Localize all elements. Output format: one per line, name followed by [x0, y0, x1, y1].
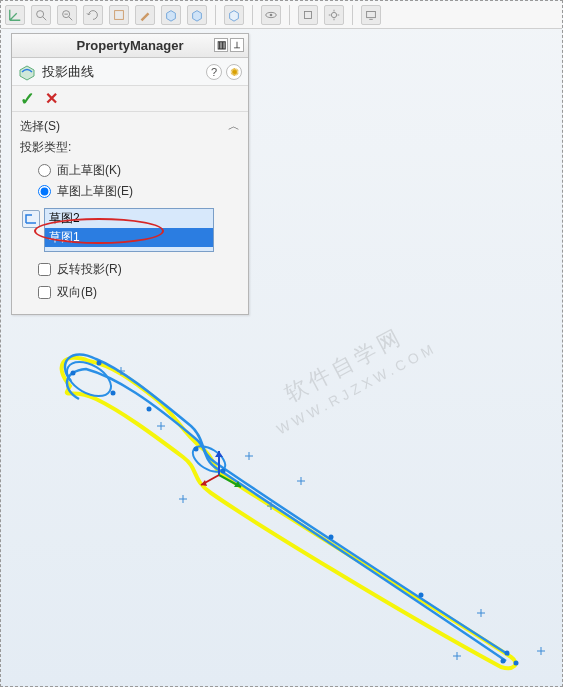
ok-button[interactable]: ✓: [20, 88, 35, 110]
radio-sketch-on-sketch[interactable]: 草图上草图(E): [38, 181, 240, 202]
pm-feature-name: 投影曲线: [42, 63, 94, 81]
svg-point-12: [194, 447, 199, 452]
selection-list-icon: [22, 210, 40, 228]
list-item[interactable]: 草图1: [45, 228, 213, 247]
radio-face-input[interactable]: [38, 164, 51, 177]
help-icon[interactable]: ?: [206, 64, 222, 80]
radio-face-label: 面上草图(K): [57, 162, 121, 179]
settings-icon[interactable]: [324, 5, 344, 25]
separator: [352, 5, 353, 25]
projection-curve-icon: [18, 63, 36, 81]
svg-point-14: [329, 535, 334, 540]
watermark-line1: 软件自学网: [259, 312, 429, 419]
sketch-ellipse-head: [61, 355, 117, 403]
check-reverse-input[interactable]: [38, 263, 51, 276]
watermark-line2: WWW.RJZXW.COM: [271, 335, 441, 442]
check-bidir-input[interactable]: [38, 286, 51, 299]
pencil-icon[interactable]: [135, 5, 155, 25]
projection-curve-2: [67, 369, 506, 661]
check-bidir-label: 双向(B): [57, 284, 97, 301]
radio-sketch-input[interactable]: [38, 185, 51, 198]
main-toolbar: [1, 1, 562, 29]
projection-type-label: 投影类型:: [20, 139, 240, 156]
sketch-ellipse-mid: [188, 441, 229, 477]
selection-section: 选择(S) ︿ 投影类型: 面上草图(K) 草图上草图(E) 草图2 草图1 反…: [12, 112, 248, 314]
svg-point-17: [501, 659, 506, 664]
pm-feature-title: 投影曲线 ? ✺: [12, 58, 248, 86]
sketch-icon[interactable]: [109, 5, 129, 25]
svg-point-8: [71, 371, 76, 376]
box-icon[interactable]: [161, 5, 181, 25]
svg-point-9: [97, 361, 102, 366]
help-tip-icon[interactable]: ✺: [226, 64, 242, 80]
svg-point-16: [505, 651, 510, 656]
collapse-icon[interactable]: ︿: [228, 118, 240, 135]
selection-markers: [117, 367, 545, 660]
svg-rect-2: [115, 10, 124, 19]
svg-point-13: [221, 469, 226, 474]
origin-triad: [201, 451, 241, 487]
svg-point-10: [111, 391, 116, 396]
watermark: 软件自学网 WWW.RJZXW.COM: [259, 312, 441, 442]
check-bidirectional[interactable]: 双向(B): [38, 281, 240, 304]
zoom-out-icon[interactable]: [57, 5, 77, 25]
check-reverse-label: 反转投影(R): [57, 261, 122, 278]
pm-header: PropertyManager ▥ ⟂: [12, 34, 248, 58]
pm-actions: ✓ ✕: [12, 86, 248, 112]
svg-rect-7: [367, 11, 376, 17]
selection-list[interactable]: 草图2 草图1: [44, 208, 214, 252]
radio-sketch-label: 草图上草图(E): [57, 183, 133, 200]
curve-points: [71, 361, 519, 666]
separator: [289, 5, 290, 25]
zoom-in-icon[interactable]: [31, 5, 51, 25]
svg-point-18: [514, 661, 519, 666]
svg-point-11: [147, 407, 152, 412]
pm-header-title: PropertyManager: [77, 38, 184, 53]
property-manager-panel: PropertyManager ▥ ⟂ 投影曲线 ? ✺ ✓ ✕ 选择(S) ︿…: [11, 33, 249, 315]
separator: [252, 5, 253, 25]
svg-point-15: [419, 593, 424, 598]
feature-icon[interactable]: [224, 5, 244, 25]
cancel-button[interactable]: ✕: [45, 89, 58, 108]
svg-rect-5: [305, 11, 312, 18]
tool-icon[interactable]: [298, 5, 318, 25]
list-item[interactable]: 草图2: [45, 209, 213, 228]
projection-curve-1: [65, 354, 509, 655]
check-reverse-projection[interactable]: 反转投影(R): [38, 258, 240, 281]
axis-icon[interactable]: [5, 5, 25, 25]
eye-icon[interactable]: [261, 5, 281, 25]
rotate-icon[interactable]: [83, 5, 103, 25]
svg-point-0: [37, 10, 44, 17]
section-title: 选择(S): [20, 118, 60, 135]
screen-icon[interactable]: [361, 5, 381, 25]
separator: [215, 5, 216, 25]
radio-face-on-sketch[interactable]: 面上草图(K): [38, 160, 240, 181]
pm-prev-icon[interactable]: ▥: [214, 38, 228, 52]
svg-point-6: [331, 12, 336, 17]
svg-point-4: [270, 13, 273, 16]
pm-pin-icon[interactable]: ⟂: [230, 38, 244, 52]
sketch-yellow-outline: [62, 358, 516, 668]
box2-icon[interactable]: [187, 5, 207, 25]
